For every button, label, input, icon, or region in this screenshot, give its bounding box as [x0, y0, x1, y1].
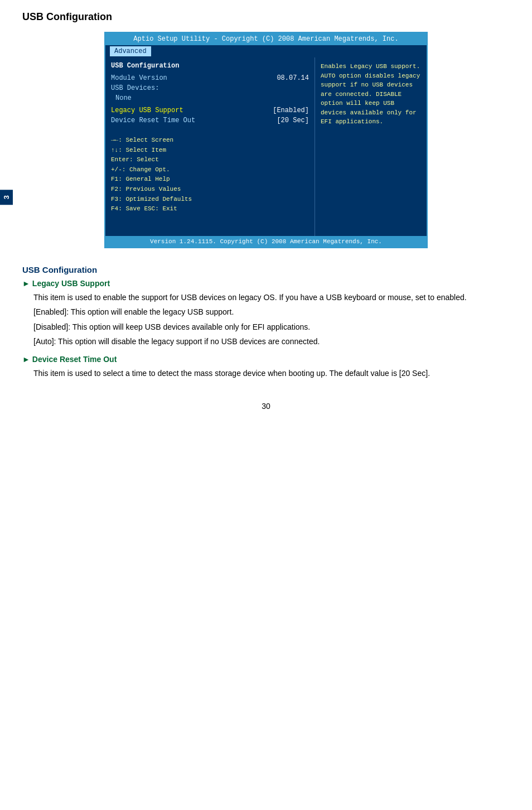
doc-section: USB Configuration ► Legacy USB Support T… — [22, 265, 510, 379]
page-number: 30 — [22, 402, 510, 411]
arrow-icon-2: ► — [22, 355, 30, 364]
bios-row-device-reset[interactable]: Device Reset Time Out [20 Sec] — [111, 117, 309, 124]
bios-tab-bar: Advanced — [105, 45, 427, 57]
bios-left-panel: USB Configuration Module Version 08.07.1… — [105, 57, 315, 236]
nav-enter: Enter: Select — [111, 155, 309, 165]
bios-navigation: →←: Select Screen ↑↓: Select Item Enter:… — [111, 136, 309, 214]
none-label: None — [111, 94, 132, 102]
device-reset-doc-title: ► Device Reset Time Out — [22, 355, 510, 364]
bios-row-module-version: Module Version 08.07.14 — [111, 74, 309, 82]
device-reset-value: [20 Sec] — [277, 117, 309, 124]
bios-row-usb-devices: USB Devices: — [111, 84, 309, 92]
bios-row-legacy-usb[interactable]: Legacy USB Support [Enabled] — [111, 107, 309, 114]
nav-f3: F3: Optimized Defaults — [111, 195, 309, 205]
module-version-value: 08.07.14 — [277, 74, 309, 82]
device-reset-title-text: Device Reset Time Out — [32, 355, 117, 364]
page-title: USB Configuration — [22, 11, 510, 23]
doc-item-legacy-usb: ► Legacy USB Support This item is used t… — [22, 279, 510, 348]
nav-f4: F4: Save ESC: Exit — [111, 204, 309, 214]
legacy-usb-value: [Enabled] — [273, 107, 309, 114]
nav-change-opt: +/-: Change Opt. — [111, 165, 309, 175]
device-reset-para-1: This item is used to select a time to de… — [33, 367, 510, 379]
legacy-usb-para-1: This item is used to enable the support … — [33, 291, 510, 303]
bios-tab-advanced[interactable]: Advanced — [110, 46, 151, 56]
device-reset-label: Device Reset Time Out — [111, 117, 195, 124]
nav-select-screen: →←: Select Screen — [111, 136, 309, 146]
arrow-icon: ► — [22, 279, 30, 288]
legacy-usb-para-3: [Disabled]: This option will keep USB de… — [33, 321, 510, 333]
legacy-usb-label: Legacy USB Support — [111, 107, 183, 114]
legacy-usb-para-4: [Auto]: This option will disable the leg… — [33, 335, 510, 348]
module-version-label: Module Version — [111, 74, 167, 82]
doc-section-title: USB Configuration — [22, 265, 510, 274]
usb-devices-label: USB Devices: — [111, 84, 159, 92]
nav-f2: F2: Previous Values — [111, 185, 309, 195]
legacy-usb-title-text: Legacy USB Support — [32, 279, 110, 288]
bios-section-title: USB Configuration — [111, 62, 309, 70]
chapter-tab: 3 — [0, 190, 13, 205]
legacy-usb-para-2: [Enabled]: This option will enable the l… — [33, 306, 510, 318]
nav-select-item: ↑↓: Select Item — [111, 146, 309, 156]
bios-content: USB Configuration Module Version 08.07.1… — [105, 57, 427, 236]
bios-help-text: Enables Legacy USB support. AUTO option … — [321, 62, 421, 127]
nav-f1: F1: General Help — [111, 175, 309, 185]
bios-title-bar: Aptio Setup Utility - Copyright (C) 2008… — [105, 33, 427, 45]
bios-row-none: None — [111, 94, 309, 102]
legacy-usb-doc-title: ► Legacy USB Support — [22, 279, 510, 288]
bios-screen: Aptio Setup Utility - Copyright (C) 2008… — [104, 32, 428, 248]
doc-item-device-reset: ► Device Reset Time Out This item is use… — [22, 355, 510, 379]
bios-right-panel: Enables Legacy USB support. AUTO option … — [315, 57, 427, 236]
bios-footer: Version 1.24.1115. Copyright (C) 2008 Am… — [105, 236, 427, 247]
